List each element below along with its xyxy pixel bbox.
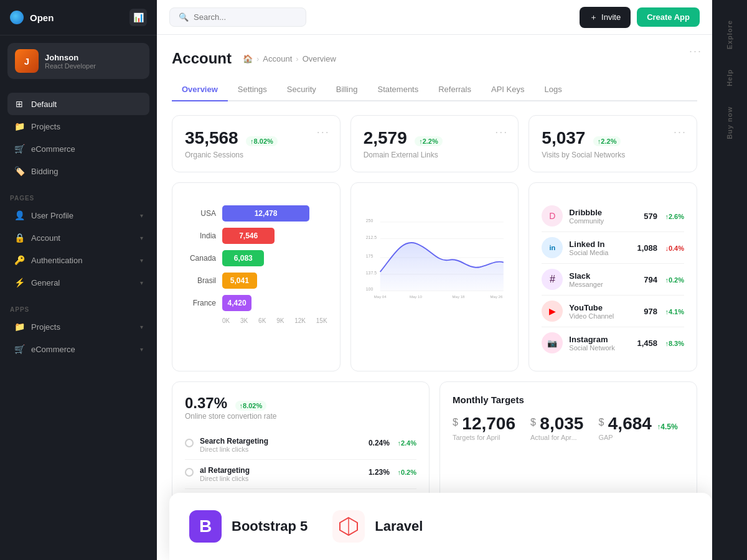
conv-label: Online store convertion rate (185, 412, 416, 421)
sidebar-item-authentication[interactable]: 🔑 Authentication ▾ (7, 249, 149, 271)
slack-icon: # (542, 269, 563, 290)
app-ecommerce-icon: 🛒 (14, 343, 25, 355)
search-box[interactable]: 🔍 (169, 7, 306, 27)
sidebar-header: Open 📊 (0, 0, 157, 35)
sidebar-item-account[interactable]: 🔒 Account ▾ (7, 226, 149, 249)
laravel-icon (332, 510, 365, 543)
instagram-icon: 📷 (542, 332, 563, 353)
app-item-projects[interactable]: 📁 Projects ▾ (7, 315, 149, 338)
tab-logs[interactable]: Logs (534, 78, 571, 101)
sidebar: Open 📊 J Johnson React Developer ⊞ Defau… (0, 0, 157, 560)
app-name: Open (30, 12, 54, 23)
bar-chart-card: USA 12,478 India 7,546 Canada (172, 182, 341, 371)
social-row-instagram: 📷 Instagram Social Network 1,458 ↑8.3% (542, 327, 684, 358)
more-button[interactable]: ··· (317, 126, 330, 139)
bar-india: 7,546 (222, 228, 275, 244)
nav-item-ecommerce[interactable]: 🛒 eCommerce (7, 138, 149, 160)
stat-label: Domain External Links (364, 151, 506, 159)
line-chart-svg: 250 212.5 175 137.5 100 (364, 202, 506, 314)
more-button[interactable]: ··· (689, 45, 702, 58)
home-icon: 🏠 (243, 54, 253, 63)
default-icon: ⊞ (14, 98, 25, 110)
line-chart-area: 250 212.5 175 137.5 100 (364, 202, 506, 316)
avatar: J (15, 49, 39, 73)
invite-button[interactable]: ＋ Invite (580, 7, 631, 28)
content-inner: Account 🏠 › Account › Overview Overview … (157, 35, 712, 560)
stat-label: Visits by Social Networks (542, 151, 684, 159)
tab-settings[interactable]: Settings (228, 78, 277, 101)
stats-grid: 35,568 ↑8.02% Organic Sessions ··· 2,579… (172, 115, 697, 172)
app-item-ecommerce[interactable]: 🛒 eCommerce ▾ (7, 338, 149, 360)
conv-badge: ↑8.02% (235, 401, 267, 411)
projects-icon: 📁 (14, 121, 25, 132)
chevron-down-icon: ▾ (140, 212, 143, 219)
user-role: React Developer (45, 62, 96, 70)
page-header: Account 🏠 › Account › Overview (172, 50, 697, 67)
user-profile-icon: 👤 (14, 210, 25, 221)
bidding-icon: 🏷️ (14, 166, 25, 177)
svg-text:250: 250 (365, 218, 373, 223)
stat-number: 35,568 (185, 128, 238, 147)
svg-text:May 04: May 04 (374, 294, 387, 299)
tab-api-keys[interactable]: API Keys (481, 78, 534, 101)
chevron-down-icon: ▾ (140, 279, 143, 286)
account-icon: 🔒 (14, 232, 25, 243)
nav-item-default[interactable]: ⊞ Default (7, 93, 149, 115)
general-icon: ⚡ (14, 277, 25, 288)
tab-billing[interactable]: Billing (326, 78, 368, 101)
nav-item-bidding[interactable]: 🏷️ Bidding (7, 160, 149, 182)
line-chart-card: 250 212.5 175 137.5 100 (350, 182, 519, 371)
conv-stat: 0.37% (185, 394, 227, 411)
targets-title: Monthly Targets (453, 394, 684, 405)
popup-bootstrap: B Bootstrap 5 (189, 510, 308, 543)
stat-label: Organic Sessions (185, 151, 327, 159)
breadcrumb: 🏠 › Account › Overview (243, 54, 336, 63)
logo-area: Open (10, 11, 54, 24)
social-row-youtube: ▶ YouTube Video Channel 978 ↑4.1% (542, 296, 684, 327)
social-row-dribbble: D Dribbble Community 579 ↑2.6% (542, 200, 684, 232)
plus-icon: ＋ (590, 12, 598, 23)
pages-label: PAGES (7, 191, 149, 204)
social-list: D Dribbble Community 579 ↑2.6% in (542, 200, 684, 358)
tab-referrals[interactable]: Referrals (428, 78, 481, 101)
monthly-targets-card: Monthly Targets $ 12,706 Targets for Apr… (439, 381, 697, 502)
more-button[interactable]: ··· (674, 126, 687, 139)
create-app-button[interactable]: Create App (637, 7, 700, 27)
lower-grid: USA 12,478 India 7,546 Canada (172, 182, 697, 371)
search-input[interactable] (194, 12, 293, 22)
social-card: D Dribbble Community 579 ↑2.6% in (529, 182, 697, 371)
sidebar-item-general[interactable]: ⚡ General ▾ (7, 271, 149, 294)
sidebar-item-user-profile[interactable]: 👤 User Profile ▾ (7, 204, 149, 226)
svg-text:137.5: 137.5 (365, 271, 376, 275)
stat-badge: ↑8.02% (246, 136, 278, 146)
tab-overview[interactable]: Overview (172, 78, 228, 101)
laravel-label: Laravel (375, 518, 423, 534)
retarget-row-search: Search Retargeting Direct link clicks 0.… (185, 431, 416, 460)
stat-domain-links: 2,579 ↑2.2% Domain External Links ··· (350, 115, 519, 172)
breadcrumb-overview: Overview (303, 54, 336, 63)
right-panel: Explore Help Buy now (712, 0, 747, 560)
help-button[interactable]: Help (726, 59, 733, 96)
user-card: J Johnson React Developer (7, 43, 149, 79)
bar-row-india: India 7,546 (185, 228, 327, 244)
chevron-down-icon: ▾ (140, 324, 143, 330)
retarget-row-social: al Retargeting Direct link clicks 1.23% … (185, 460, 416, 489)
analytics-button[interactable]: 📊 (129, 9, 147, 26)
svg-text:May 26: May 26 (490, 294, 503, 299)
tab-statements[interactable]: Statements (367, 78, 428, 101)
bar-canada: 6,083 (222, 250, 264, 266)
buy-now-button[interactable]: Buy now (726, 96, 733, 149)
explore-button[interactable]: Explore (726, 10, 733, 59)
nav-item-projects[interactable]: 📁 Projects (7, 115, 149, 138)
social-row-slack: # Slack Messanger 794 ↑0.2% (542, 264, 684, 296)
auth-icon: 🔑 (14, 254, 25, 266)
chevron-down-icon: ▾ (140, 235, 143, 241)
more-button[interactable]: ··· (495, 126, 508, 139)
bootstrap-icon: B (189, 510, 222, 543)
svg-text:100: 100 (365, 287, 373, 291)
bar-chart: USA 12,478 India 7,546 Canada (185, 205, 327, 324)
tab-security[interactable]: Security (277, 78, 326, 101)
breadcrumb-account[interactable]: Account (263, 54, 292, 63)
bar-axis: 0K3K6K9K12K15K (185, 317, 327, 324)
conversion-card: 0.37% ↑8.02% ··· Online store convertion… (172, 381, 430, 502)
